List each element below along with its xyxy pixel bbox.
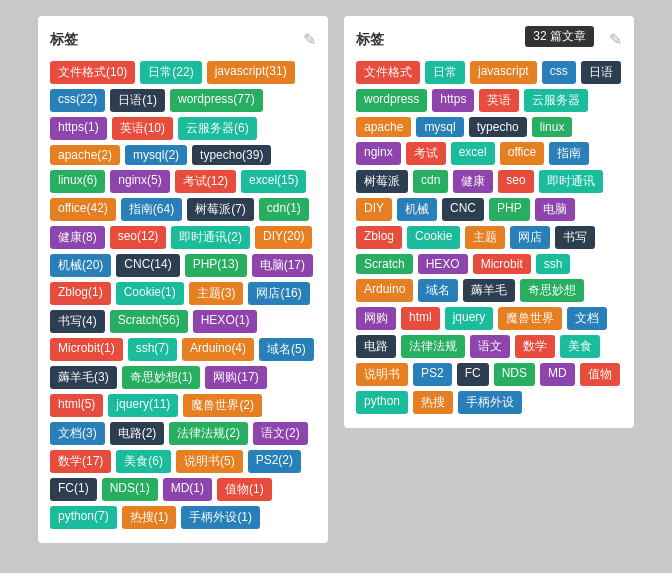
tag-item[interactable]: jquery (445, 307, 494, 330)
tag-item[interactable]: 手柄外设 (458, 391, 522, 414)
tag-item[interactable]: Microbit(1) (50, 338, 123, 361)
tag-item[interactable]: 网店 (510, 226, 550, 249)
tag-item[interactable]: 域名(5) (259, 338, 314, 361)
tag-item[interactable]: typecho (469, 117, 527, 137)
tag-item[interactable]: PS2 (413, 363, 452, 386)
tag-item[interactable]: 数学 (515, 335, 555, 358)
tag-item[interactable]: typecho(39) (192, 145, 271, 165)
tag-item[interactable]: 薅羊毛(3) (50, 366, 117, 389)
tag-item[interactable]: nginx (356, 142, 401, 165)
tag-item[interactable]: 文件格式(10) (50, 61, 135, 84)
tag-item[interactable]: 考试(12) (175, 170, 236, 193)
tag-item[interactable]: 网购(17) (205, 366, 266, 389)
tag-item[interactable]: 美食 (560, 335, 600, 358)
tag-item[interactable]: 树莓派 (356, 170, 408, 193)
tag-item[interactable]: 指南 (549, 142, 589, 165)
tag-item[interactable]: nginx(5) (110, 170, 169, 193)
tag-item[interactable]: jquery(11) (108, 394, 178, 417)
tag-item[interactable]: CNC (442, 198, 484, 221)
tag-item[interactable]: 说明书 (356, 363, 408, 386)
tag-item[interactable]: Microbit (473, 254, 531, 274)
tag-item[interactable]: 数学(17) (50, 450, 111, 473)
tag-item[interactable]: 指南(64) (121, 198, 182, 221)
tag-item[interactable]: DIY (356, 198, 392, 221)
tag-item[interactable]: MD(1) (163, 478, 212, 501)
tag-item[interactable]: NDS(1) (102, 478, 158, 501)
tag-item[interactable]: 书写 (555, 226, 595, 249)
tag-item[interactable]: 即时通讯 (539, 170, 603, 193)
tag-item[interactable]: 云服务器(6) (178, 117, 257, 140)
tag-item[interactable]: css(22) (50, 89, 105, 112)
edit-icon-left[interactable]: ✎ (303, 30, 316, 49)
tag-item[interactable]: 手柄外设(1) (181, 506, 260, 529)
tag-item[interactable]: 云服务器 (524, 89, 588, 112)
tag-item[interactable]: 魔兽世界 (498, 307, 562, 330)
tag-item[interactable]: 美食(6) (116, 450, 171, 473)
tag-item[interactable]: DIY(20) (255, 226, 312, 249)
tag-item[interactable]: javascript(31) (207, 61, 295, 84)
tag-item[interactable]: wordpress(77) (170, 89, 263, 112)
tag-item[interactable]: PHP (489, 198, 530, 221)
tag-item[interactable]: python (356, 391, 408, 414)
tag-item[interactable]: 书写(4) (50, 310, 105, 333)
tag-item[interactable]: 日语 (581, 61, 621, 84)
tag-item[interactable]: 文件格式 (356, 61, 420, 84)
tag-item[interactable]: excel(15) (241, 170, 306, 193)
tag-item[interactable]: HEXO (418, 254, 468, 274)
tag-item[interactable]: html(5) (50, 394, 103, 417)
tag-item[interactable]: 树莓派(7) (187, 198, 254, 221)
tag-item[interactable]: 网店(16) (248, 282, 309, 305)
tag-item[interactable]: 热搜 (413, 391, 453, 414)
tag-item[interactable]: office(42) (50, 198, 116, 221)
tag-item[interactable]: mysql (416, 117, 463, 137)
tag-item[interactable]: Scratch (356, 254, 413, 274)
tag-item[interactable]: cdn (413, 170, 448, 193)
tag-item[interactable]: Scratch(56) (110, 310, 188, 333)
tag-item[interactable]: Cookie (407, 226, 460, 249)
tag-item[interactable]: seo(12) (110, 226, 167, 249)
tag-item[interactable]: 文档(3) (50, 422, 105, 445)
tag-item[interactable]: 电路(2) (110, 422, 165, 445)
tag-item[interactable]: 日常 (425, 61, 465, 84)
tag-item[interactable]: PS2(2) (248, 450, 301, 473)
tag-item[interactable]: 奇思妙想(1) (122, 366, 201, 389)
tag-item[interactable]: Arduino (356, 279, 413, 302)
tag-item[interactable]: wordpress (356, 89, 427, 112)
tag-item[interactable]: NDS (494, 363, 535, 386)
tag-item[interactable]: 文档 (567, 307, 607, 330)
tag-item[interactable]: 薅羊毛 (463, 279, 515, 302)
tag-item[interactable]: excel (451, 142, 495, 165)
tag-item[interactable]: javascript (470, 61, 537, 84)
tag-item[interactable]: 主题(3) (189, 282, 244, 305)
tag-item[interactable]: https(1) (50, 117, 107, 140)
tag-item[interactable]: seo (498, 170, 533, 193)
tag-item[interactable]: 主题 (465, 226, 505, 249)
tag-item[interactable]: Cookie(1) (116, 282, 184, 305)
tag-item[interactable]: ssh (536, 254, 571, 274)
tag-item[interactable]: 语文 (470, 335, 510, 358)
tag-item[interactable]: css (542, 61, 576, 84)
tag-item[interactable]: 机械 (397, 198, 437, 221)
tag-item[interactable]: 网购 (356, 307, 396, 330)
tag-item[interactable]: HEXO(1) (193, 310, 258, 333)
tag-item[interactable]: 值物 (580, 363, 620, 386)
tag-item[interactable]: 域名 (418, 279, 458, 302)
tag-item[interactable]: 健康 (453, 170, 493, 193)
tag-item[interactable]: PHP(13) (185, 254, 247, 277)
tag-item[interactable]: 机械(20) (50, 254, 111, 277)
tag-item[interactable]: 值物(1) (217, 478, 272, 501)
tag-item[interactable]: python(7) (50, 506, 117, 529)
tag-item[interactable]: FC(1) (50, 478, 97, 501)
tag-item[interactable]: 即时通讯(2) (171, 226, 250, 249)
tag-item[interactable]: mysql(2) (125, 145, 187, 165)
tag-item[interactable]: office (500, 142, 544, 165)
tag-item[interactable]: 法律法规(2) (169, 422, 248, 445)
tag-item[interactable]: MD (540, 363, 575, 386)
tag-item[interactable]: 魔兽世界(2) (183, 394, 262, 417)
tag-item[interactable]: 奇思妙想 (520, 279, 584, 302)
tag-item[interactable]: linux(6) (50, 170, 105, 193)
tag-item[interactable]: 英语(10) (112, 117, 173, 140)
tag-item[interactable]: https (432, 89, 474, 112)
tag-item[interactable]: 日常(22) (140, 61, 201, 84)
tag-item[interactable]: 电脑(17) (252, 254, 313, 277)
